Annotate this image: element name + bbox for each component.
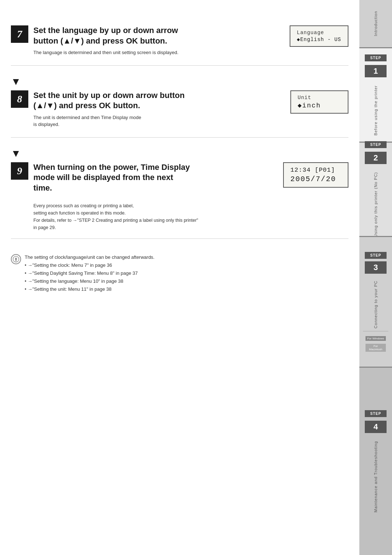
lcd-7-value: ◆English - US	[297, 36, 341, 42]
note-icon	[11, 254, 21, 264]
sidebar-step3-number: 3	[365, 261, 387, 274]
step-7-section: 7 Set the language by up or down arrow b…	[11, 25, 348, 66]
sidebar-step3[interactable]: STEP 3 Connecting to your PC For Windows…	[359, 236, 392, 367]
note-bullet3: • →"Setting the language: Menu 10" in pa…	[25, 278, 123, 284]
sidebar-step3-divider	[363, 331, 388, 331]
sidebar-step2-number: 2	[365, 152, 387, 164]
step-7-display: Language ◆English - US	[290, 25, 348, 47]
step-9-title: When turning on the power, Time Display …	[33, 162, 276, 193]
sidebar-intro: Introduction	[359, 0, 392, 47]
sidebar-step1-number: 1	[365, 65, 387, 77]
step-9-display: 12:34 [P01] 2005/7/20	[283, 162, 348, 188]
sidebar-step4-label: Maintenance and Troubleshooting	[373, 441, 378, 513]
note-bullet1: • →"Setting the clock: Menu 7" in page 3…	[25, 262, 112, 268]
right-sidebar: Introduction STEP 1 Before using the pri…	[359, 0, 392, 555]
step-7-subtitle: The language is determined and then unit…	[33, 49, 282, 56]
sidebar-step2[interactable]: STEP 2 Using only this printer (No PC)	[359, 142, 392, 236]
arrow-separator-1: ▼	[11, 77, 348, 87]
main-content: 7 Set the language by up or down arrow b…	[0, 0, 359, 555]
step-9-number: 9	[11, 162, 28, 180]
step-7-text: Set the language by up or down arrow but…	[33, 25, 282, 58]
sidebar-step1-badge: STEP	[365, 54, 387, 61]
lightbulb-icon	[13, 256, 19, 262]
lcd-9-date: 2005/7/20	[290, 175, 341, 183]
note-section: The setting of clock/language/unit can b…	[11, 250, 348, 297]
note-line1: The setting of clock/language/unit can b…	[25, 254, 155, 260]
sidebar-step1-label: Before using the printer	[373, 85, 378, 135]
note-bullet2: • →"Setting Daylight Saving Time: Menu 8…	[25, 270, 138, 276]
sidebar-step4-number: 4	[365, 421, 387, 433]
sidebar-step3-badge: STEP	[365, 252, 387, 259]
lcd-8-label: Unit	[298, 95, 341, 101]
step-9-lcd: 12:34 [P01] 2005/7/20	[283, 162, 348, 188]
step-8-section: 8 Set the unit by up or down arrow butto…	[11, 90, 348, 138]
sidebar-step2-badge: STEP	[365, 141, 387, 148]
note-content: The setting of clock/language/unit can b…	[25, 253, 155, 293]
step-7-lcd: Language ◆English - US	[290, 25, 348, 47]
note-bullet4: • →"Setting the unit: Menu 11" in page 3…	[25, 286, 111, 292]
sidebar-step4[interactable]: STEP 4 Maintenance and Troubleshooting	[359, 367, 392, 555]
lcd-8-value: ◆inch	[298, 101, 341, 109]
step-9-section: 9 When turning on the power, Time Displa…	[11, 162, 348, 239]
lcd-7-label: Language	[297, 30, 341, 36]
step-9-extra-text: Every process such as creating or printi…	[33, 202, 348, 231]
step-8-text: Set the unit by up or down arrow button …	[33, 90, 283, 130]
sidebar-step3-sub1: For Windows	[366, 336, 386, 341]
step-9-text: When turning on the power, Time Display …	[33, 162, 276, 196]
step-8-display: Unit ◆inch	[290, 90, 348, 114]
sidebar-step4-badge: STEP	[365, 410, 387, 417]
arrow-separator-2: ▼	[11, 148, 348, 159]
step-7-number: 7	[11, 25, 28, 43]
content-body: 7 Set the language by up or down arrow b…	[11, 25, 348, 297]
step-9-extra: Every process such as creating or printi…	[33, 199, 348, 231]
sidebar-step2-label: Using only this printer (No PC)	[373, 172, 378, 237]
step-8-lcd: Unit ◆inch	[290, 90, 348, 114]
sidebar-step1[interactable]: STEP 1 Before using the printer	[359, 47, 392, 142]
sidebar-step3-sub: For Windows For Macintosh	[366, 336, 386, 352]
step-8-number: 8	[11, 90, 28, 108]
lcd-9-time: 12:34 [P01]	[290, 167, 341, 174]
step-8-subtitle: The unit is determined and then Time Dis…	[33, 114, 283, 128]
step-7-title: Set the language by up or down arrow but…	[33, 25, 282, 46]
sidebar-intro-label: Introduction	[373, 11, 378, 36]
sidebar-step3-label: Connecting to your PC	[373, 281, 378, 328]
step-8-title: Set the unit by up or down arrow button …	[33, 90, 283, 111]
sidebar-step3-sub2: For Macintosh	[366, 344, 386, 352]
